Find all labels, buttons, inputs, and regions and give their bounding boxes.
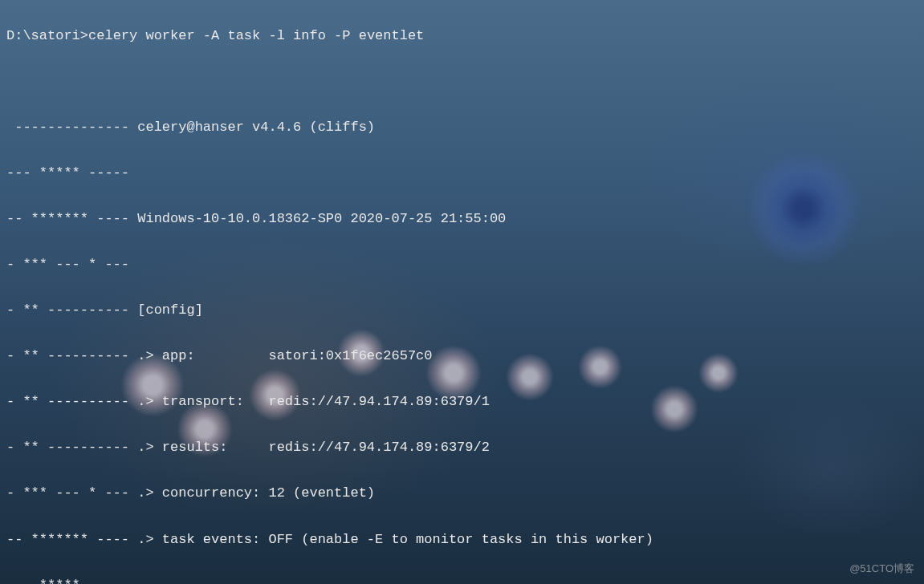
prompt-line: D:\satori>celery worker -A task -l info …	[6, 25, 918, 48]
banner-line: - ** ---------- .> app: satori:0x1f6ec26…	[6, 345, 918, 368]
banner-line: --- ***** -----	[6, 162, 918, 185]
banner-line: - *** --- * --- .> concurrency: 12 (even…	[6, 482, 918, 505]
prompt-path: D:\satori>	[6, 28, 88, 43]
banner-line: -------------- celery@hanser v4.4.6 (cli…	[6, 116, 918, 140]
banner-line: - ** ---------- .> results: redis://47.9…	[6, 436, 918, 460]
banner-line: - *** --- * ---	[6, 253, 918, 277]
command-text: celery worker -A task -l info -P eventle…	[88, 28, 424, 43]
banner-line	[6, 71, 918, 94]
banner-line: --- ***** -----	[6, 574, 918, 584]
banner-line: - ** ---------- [config]	[6, 299, 918, 322]
terminal-output[interactable]: D:\satori>celery worker -A task -l info …	[0, 0, 924, 584]
watermark-text: @51CTO博客	[849, 560, 914, 578]
banner-line: -- ******* ---- Windows-10-10.0.18362-SP…	[6, 208, 918, 231]
banner-line: -- ******* ---- .> task events: OFF (ena…	[6, 529, 918, 552]
banner-line: - ** ---------- .> transport: redis://47…	[6, 391, 918, 414]
